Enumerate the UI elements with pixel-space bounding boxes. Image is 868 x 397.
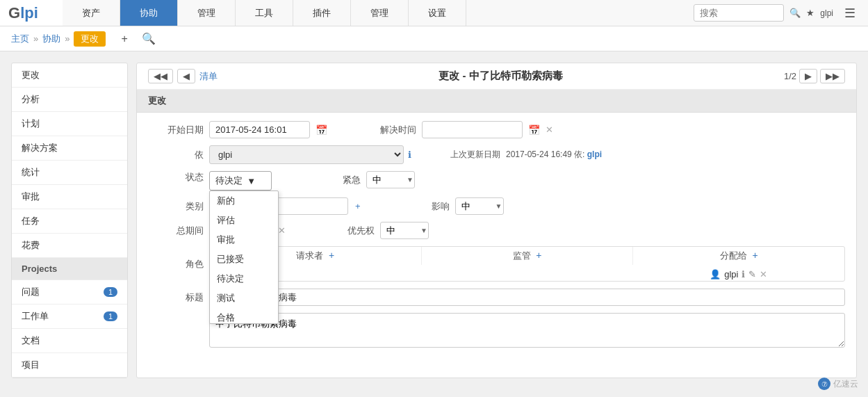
nav-settings[interactable]: 设置	[409, 0, 466, 26]
assign-label: 分配给	[720, 250, 747, 261]
assign-user-pencil-icon[interactable]: ✎	[748, 269, 756, 279]
status-current-value: 待决定	[215, 175, 243, 187]
sidebar-label-workorder: 工作单	[22, 310, 49, 323]
by-select[interactable]: glpi	[209, 145, 404, 164]
start-date-input[interactable]	[209, 121, 310, 138]
bookmark-icon[interactable]: ★	[806, 8, 814, 18]
nav-helpdesk[interactable]: 协助	[120, 0, 178, 26]
search-icon[interactable]: 🔍	[789, 8, 801, 18]
sidebar-item-stats[interactable]: 统计	[12, 161, 127, 185]
status-dropdown-inner: 新的 评估 审批 已接受 待决定 测试 合格 申请的 复核	[210, 191, 278, 323]
status-option-test[interactable]: 测试	[210, 289, 278, 308]
status-option-accepted[interactable]: 已接受	[210, 250, 278, 269]
page-info: 1/2	[784, 71, 796, 81]
logo: Glpi	[0, 0, 63, 26]
impact-section: 影响 中 ▼	[394, 197, 502, 215]
urgency-select-wrap: 中 ▼	[366, 171, 413, 188]
breadcrumb-sep2: »	[65, 33, 69, 44]
by-info-icon[interactable]: ℹ	[408, 149, 411, 160]
priority-select-wrap: 中 ▼	[380, 222, 427, 239]
resolve-time-clear-icon[interactable]: ✕	[546, 124, 553, 135]
supervisor-add-button[interactable]: +	[536, 250, 541, 261]
search-input[interactable]	[694, 4, 784, 22]
status-label: 状态	[148, 171, 204, 184]
urgency-section: 紧急 中 ▼	[305, 171, 413, 188]
by-select-outer: glpi	[209, 145, 404, 164]
priority-label: 优先权	[319, 225, 375, 237]
hamburger-icon[interactable]: ☰	[839, 3, 861, 24]
sidebar-item-problem[interactable]: 问题 1	[12, 280, 127, 305]
sidebar-item-change[interactable]: 更改	[12, 63, 127, 88]
sidebar-item-task[interactable]: 任务	[12, 209, 127, 234]
sidebar-item-project[interactable]: 项目	[12, 353, 127, 378]
status-option-new[interactable]: 新的	[210, 191, 278, 211]
nav-prev-button[interactable]: ◀	[177, 69, 195, 83]
top-nav: Glpi 资产 协助 管理 工具 插件 管理 设置 🔍 ★ glpi ☰	[0, 0, 868, 26]
nav-admin[interactable]: 管理	[351, 0, 409, 26]
total-time-clear[interactable]: ✕	[278, 225, 286, 236]
nav-next-button[interactable]: ▶	[799, 69, 817, 83]
sidebar-item-plan[interactable]: 计划	[12, 112, 127, 136]
requester-add-button[interactable]: +	[329, 250, 334, 261]
assign-user-cell: 👤 glpi ℹ ✎ ✕	[633, 268, 844, 281]
status-dropdown-wrapper[interactable]: 待决定 ▼ 新的 评估 审批 已接受 待决定 测试 合格 申请的	[209, 171, 272, 191]
category-add-icon[interactable]: +	[355, 201, 361, 211]
nav-last-button[interactable]: ▶▶	[820, 69, 845, 83]
sidebar-item-solution[interactable]: 解决方案	[12, 136, 127, 161]
resolve-time-input[interactable]	[422, 121, 523, 138]
breadcrumb-bar: 主页 » 协助 » 更改 + 🔍	[0, 26, 868, 51]
status-option-approve[interactable]: 审批	[210, 230, 278, 250]
search-breadcrumb-button[interactable]: 🔍	[138, 31, 160, 47]
impact-select[interactable]: 中	[455, 197, 504, 215]
sidebar-item-docs[interactable]: 文档	[12, 329, 127, 353]
add-button[interactable]: +	[117, 31, 131, 47]
sidebar-item-expense[interactable]: 花费	[12, 234, 127, 258]
start-date-calendar-icon[interactable]: 📅	[316, 124, 327, 136]
status-option-pending[interactable]: 待决定	[210, 269, 278, 289]
sidebar-item-approve[interactable]: 审批	[12, 185, 127, 209]
desc-textarea[interactable]: 中了比特币勒索病毒	[209, 313, 845, 348]
nav-tools[interactable]: 工具	[236, 0, 293, 26]
sidebar-item-analysis[interactable]: 分析	[12, 88, 127, 112]
supervisor-user-cell	[421, 268, 632, 281]
assign-add-button[interactable]: +	[752, 250, 758, 261]
user-avatar[interactable]: glpi	[820, 8, 833, 18]
main-container: 更改 分析 计划 解决方案 统计 审批 任务 花费 Projects 问题 1 …	[0, 51, 868, 389]
nav-right: 🔍 ★ glpi ☰	[687, 0, 868, 26]
start-date-label: 开始日期	[148, 124, 204, 136]
sidebar-badge-workorder: 1	[104, 311, 117, 321]
page-title: 更改 - 中了比特币勒索病毒	[439, 70, 562, 83]
status-dropdown-trigger[interactable]: 待决定 ▼	[209, 171, 272, 191]
assign-user-delete-icon[interactable]: ✕	[760, 269, 767, 279]
nav-management[interactable]: 管理	[178, 0, 236, 26]
nav-assets[interactable]: 资产	[63, 0, 120, 26]
status-option-pass[interactable]: 合格	[210, 308, 278, 323]
list-link[interactable]: 清单	[199, 70, 218, 83]
resolve-time-calendar-icon[interactable]: 📅	[528, 124, 540, 136]
sidebar-badge-problem: 1	[104, 287, 117, 297]
total-time-label: 总期间	[148, 225, 204, 237]
pagination-left: ◀◀ ◀ 清单	[148, 69, 218, 83]
title-input[interactable]	[209, 289, 845, 306]
assign-user-icon: 👤	[710, 269, 721, 279]
category-label: 类别	[148, 200, 204, 213]
nav-plugins[interactable]: 插件	[293, 0, 351, 26]
breadcrumb-sep1: »	[33, 33, 38, 44]
last-update-by: glpi	[587, 149, 602, 159]
breadcrumb-home[interactable]: 主页	[11, 33, 29, 45]
nav-first-button[interactable]: ◀◀	[148, 69, 173, 83]
form-row-by: 依 glpi ℹ 上次更新日期 2017-05-24 16:49 依: glpi	[148, 145, 845, 164]
assign-user-edit-icon[interactable]: ℹ	[742, 269, 745, 279]
watermark-text: 亿速云	[833, 378, 858, 390]
status-dropdown-list: 新的 评估 审批 已接受 待决定 测试 合格 申请的 复核	[209, 191, 279, 324]
priority-select[interactable]: 中	[380, 222, 429, 239]
form-area: 开始日期 📅 解决时间 📅 ✕ 依 glpi	[137, 113, 856, 363]
watermark-icon: ⑦	[818, 378, 830, 389]
last-update-section: 上次更新日期 2017-05-24 16:49 依: glpi	[445, 149, 602, 161]
status-option-eval[interactable]: 评估	[210, 211, 278, 230]
assign-user-name: glpi	[724, 269, 738, 279]
sidebar: 更改 分析 计划 解决方案 统计 审批 任务 花费 Projects 问题 1 …	[11, 63, 128, 378]
urgency-select[interactable]: 中	[366, 171, 415, 188]
sidebar-item-workorder[interactable]: 工作单 1	[12, 305, 127, 329]
breadcrumb-helpdesk[interactable]: 协助	[42, 33, 60, 45]
